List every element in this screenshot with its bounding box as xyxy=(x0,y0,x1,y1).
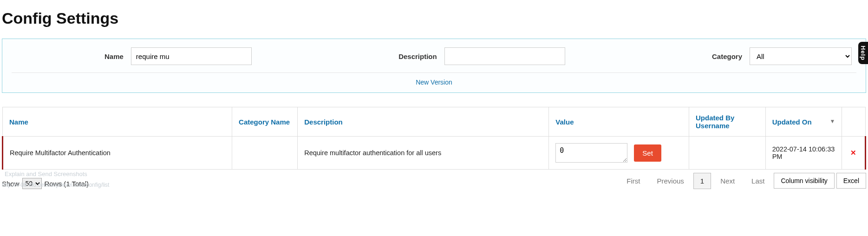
col-header-value[interactable]: Value xyxy=(549,107,689,137)
col-header-updated-on-label: Updated On xyxy=(772,118,812,126)
pager-first[interactable]: First xyxy=(619,173,647,189)
cell-name: Require Multifactor Authentication xyxy=(3,137,232,170)
excel-export-button[interactable]: Excel xyxy=(836,173,866,189)
new-version-link[interactable]: New Version xyxy=(416,79,452,86)
col-header-actions xyxy=(842,107,866,137)
set-button[interactable]: Set xyxy=(634,144,661,162)
page-title: Config Settings xyxy=(2,9,866,27)
column-visibility-button[interactable]: Column visibility xyxy=(774,173,834,189)
filter-row: Name Description Category All xyxy=(12,47,856,73)
filter-panel: Name Description Category All New Versio… xyxy=(2,39,866,93)
col-header-category-name[interactable]: Category Name xyxy=(232,107,298,137)
name-filter-input[interactable] xyxy=(131,47,252,65)
category-filter-label: Category xyxy=(712,52,742,60)
cell-updated-on: 2022-07-14 10:06:33 PM xyxy=(765,137,842,170)
col-header-updated-on[interactable]: Updated On ▼ xyxy=(765,107,842,137)
table-footer: Explain and Send Screenshots http://4-06… xyxy=(2,172,866,189)
cell-description: Require multifactor authentication for a… xyxy=(298,137,549,170)
pager-and-tools: First Previous 1 Next Last Column visibi… xyxy=(619,173,866,189)
pager-current-page[interactable]: 1 xyxy=(693,173,711,189)
config-table: Name Category Name Description Value Upd… xyxy=(2,107,866,170)
category-filter-select[interactable]: All xyxy=(750,47,852,65)
cell-value: 0 Set xyxy=(549,137,689,170)
ghost-url-text: http://4-06-fifo.cetecerpdevel.com/confi… xyxy=(2,182,109,188)
value-input[interactable]: 0 xyxy=(555,143,627,163)
table-row: Require Multifactor Authentication Requi… xyxy=(3,137,866,170)
description-filter-input[interactable] xyxy=(444,47,565,65)
delete-row-button[interactable]: ✕ xyxy=(842,137,866,170)
col-header-updated-by[interactable]: Updated By Username xyxy=(689,107,766,137)
help-tab[interactable]: Help xyxy=(858,42,868,64)
sort-desc-icon: ▼ xyxy=(829,118,835,125)
pager-previous[interactable]: Previous xyxy=(650,173,692,189)
col-header-name[interactable]: Name xyxy=(3,107,232,137)
pager-last[interactable]: Last xyxy=(744,173,772,189)
cell-category-name xyxy=(232,137,298,170)
pager-next[interactable]: Next xyxy=(713,173,742,189)
name-filter-label: Name xyxy=(104,52,124,60)
ghost-screenshot-text: Explain and Send Screenshots xyxy=(5,170,87,177)
cell-updated-by xyxy=(689,137,766,170)
description-filter-label: Description xyxy=(398,52,437,60)
col-header-description[interactable]: Description xyxy=(298,107,549,137)
